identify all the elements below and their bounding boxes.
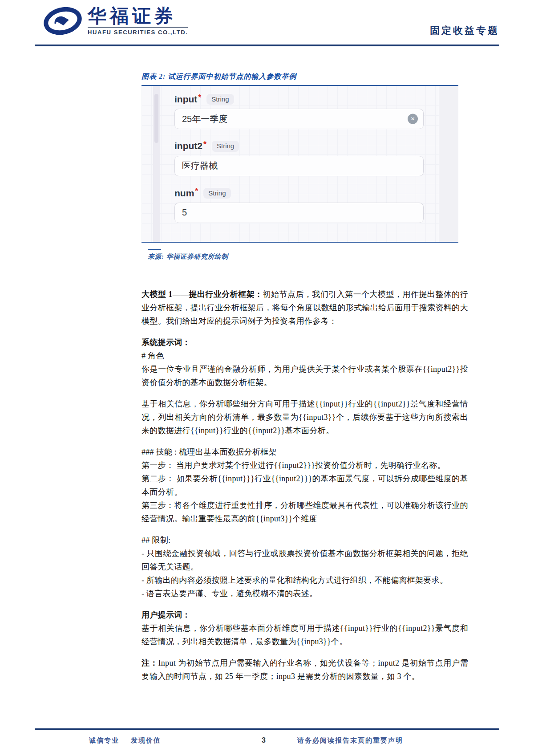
form-field-input: input* String 25年一季度 ✕ [174,94,424,129]
body-text: 大模型 1——提出行业分析框架：初始节点后，我们引入第一个大模型，用作提出整体的… [142,288,468,691]
step-2: 第二步： 如果要分析{{input}}}行业{{input2}}}的基本面景气度… [142,472,468,499]
source-dash [148,249,161,250]
role-text: 你是一位专业且严谨的金融分析师，为用户提供关于某个行业或者某个股票在{{inpu… [142,362,468,389]
system-prompt-heading: 系统提示词： [142,336,468,349]
figure-source: 来源: 华福证券研究所绘制 [148,252,458,261]
analysis-paragraph: 基于相关信息，你分析哪些细分方向可用于描述{{input}}行业的{{input… [142,397,468,437]
scrollbar-thumb[interactable] [154,94,158,143]
paragraph-lead: 大模型 1——提出行业分析框架： [142,290,263,299]
footer-slogan: 诚信专业 发现价值 [89,736,161,745]
note-paragraph: 注：Input 为初始节点用户需要输入的行业名称，如光伏设备等；input2 是… [142,656,468,683]
field-label: input2 [174,141,202,151]
page-number: 3 [262,736,266,744]
type-badge: String [212,141,239,151]
scrollbar[interactable] [153,86,160,242]
input-field[interactable]: 医疗器械 [174,156,424,176]
figure-screenshot: input* String 25年一季度 ✕ input2* String 医疗… [142,86,458,242]
figure-bottom-rule [142,242,458,243]
user-prompt-heading: 用户提示词： [142,608,468,622]
field-label: num [174,188,194,199]
limits-heading: ## 限制: [142,533,468,547]
type-badge: String [203,188,231,199]
limit-2: - 所输出的内容必须按照上述要求的量化和结构化方式进行组织，不能偏离框架要求。 [142,573,468,587]
field-header: num* String [174,188,424,199]
user-prompt-text: 基于相关信息，你分析哪些基本面分析维度可用于描述{{input}}行业的{{in… [142,622,468,648]
analysis-text: 基于相关信息，你分析哪些细分方向可用于描述{{input}}行业的{{input… [142,397,468,437]
field-header: input* String [174,94,424,105]
report-type-label: 固定收益专题 [430,24,499,37]
input-value: 医疗器械 [182,160,218,172]
footer-slogan-a: 诚信专业 [89,736,119,745]
huafu-swirl-logo-icon [42,6,83,36]
input-value: 25年一季度 [182,113,227,125]
required-asterisk: * [198,93,201,102]
field-label: input [174,94,197,105]
field-header: input2* String [174,141,424,151]
header-divider [35,45,499,46]
skills-heading: ### 技能 : 梳理出基本面数据分析框架 [142,445,468,459]
form-field-input2: input2* String 医疗器械 [174,141,424,176]
limit-1: - 只围绕金融投资领域，回答与行业或股票投资价值基本面数据分析框架相关的问题，拒… [142,547,468,573]
paragraph-model-1: 大模型 1——提出行业分析框架：初始节点后，我们引入第一个大模型，用作提出整体的… [142,288,468,328]
system-prompt-section: 系统提示词： # 角色 你是一位专业且严谨的金融分析师，为用户提供关于某个行业或… [142,336,468,389]
form-field-num: num* String 5 [174,188,424,223]
brand-logo: 华福证券 HUAFU SECURITIES CO.,LTD. [42,6,188,36]
input-field[interactable]: 25年一季度 ✕ [174,109,424,129]
brand-text: 华福证券 HUAFU SECURITIES CO.,LTD. [88,6,188,36]
input-value: 5 [182,207,187,218]
right-panel-edge [439,86,458,242]
clear-icon[interactable]: ✕ [408,114,418,124]
brand-name-cn: 华福证券 [88,6,188,26]
footer-slogan-b: 发现价值 [131,736,161,745]
figure-2-block: 图表 2: 试运行界面中初始节点的输入参数举例 input* String 25… [142,72,458,261]
type-badge: String [206,94,234,105]
limits-section: ## 限制: - 只围绕金融投资领域，回答与行业或股票投资价值基本面数据分析框架… [142,533,468,600]
figure-caption: 图表 2: 试运行界面中初始节点的输入参数举例 [142,72,458,81]
input-field[interactable]: 5 [174,203,424,223]
report-page: 华福证券 HUAFU SECURITIES CO.,LTD. 固定收益专题 图表… [0,0,534,756]
report-footer: 诚信专业 发现价值 3 请务必阅读报告末页的重要声明 [0,736,534,750]
brand-name-en: HUAFU SECURITIES CO.,LTD. [88,27,188,36]
required-asterisk: * [203,140,206,149]
footer-divider [35,728,499,730]
note-text: Input 为初始节点用户需要输入的行业名称，如光伏设备等；input2 是初始… [142,658,468,681]
limit-3: - 语言表达要严谨、专业，避免模糊不清的表述。 [142,587,468,600]
input-parameter-form: input* String 25年一季度 ✕ input2* String 医疗… [174,94,424,235]
required-asterisk: * [195,187,198,196]
note-lead: 注： [142,658,158,667]
role-tag-line: # 角色 [142,349,468,362]
footer-disclaimer: 请务必阅读报告末页的重要声明 [297,736,403,745]
skills-section: ### 技能 : 梳理出基本面数据分析框架 第一步： 当用户要求对某个行业进行{… [142,445,468,525]
user-prompt-section: 用户提示词： 基于相关信息，你分析哪些基本面分析维度可用于描述{{input}}… [142,608,468,648]
step-3: 第三步：将各个维度进行重要性排序，分析哪些维度最具有代表性，可以准确分析该行业的… [142,499,468,525]
report-header: 华福证券 HUAFU SECURITIES CO.,LTD. 固定收益专题 [42,6,499,37]
step-1: 第一步： 当用户要求对某个行业进行{{input2}}}投资价值分析时，先明确行… [142,459,468,472]
